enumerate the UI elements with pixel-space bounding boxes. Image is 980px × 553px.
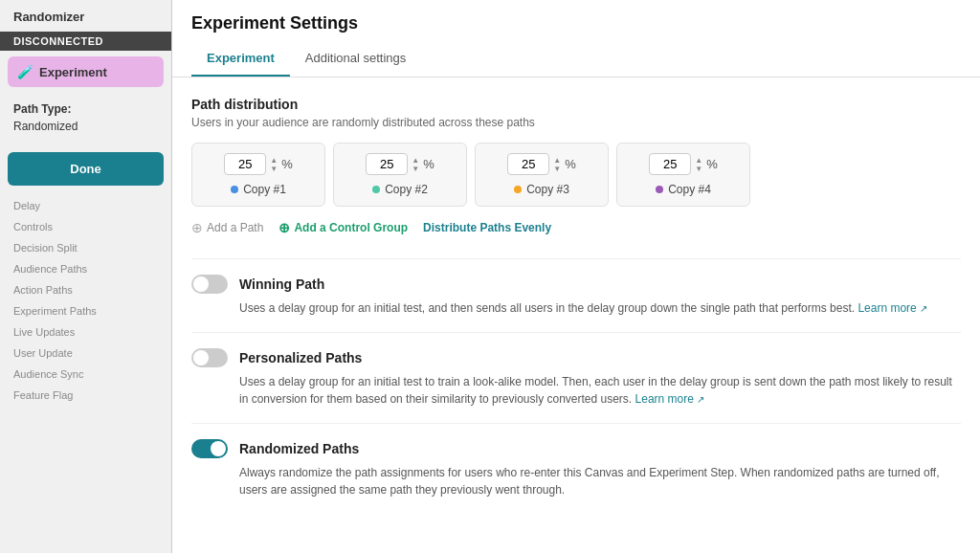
- sidebar-item-feature-flag[interactable]: Feature Flag: [0, 385, 171, 406]
- path-distribution-section: Path distribution Users in your audience…: [191, 97, 961, 235]
- page-title: Experiment Settings: [191, 13, 961, 33]
- add-path-link[interactable]: ⊕ Add a Path: [191, 220, 263, 235]
- path-spinners-2[interactable]: ▲▼: [412, 156, 419, 173]
- sidebar-status: DISCONNECTED: [0, 32, 171, 51]
- done-button[interactable]: Done: [8, 152, 164, 186]
- randomized-paths-toggle-row: Randomized Paths: [191, 439, 961, 458]
- sidebar-item-delay[interactable]: Delay: [0, 195, 171, 216]
- sidebar-item-audience-paths[interactable]: Audience Paths: [0, 258, 171, 279]
- sidebar-item-experiment-paths[interactable]: Experiment Paths: [0, 300, 171, 321]
- tab-additional-settings[interactable]: Additional settings: [290, 43, 422, 77]
- path-card-1: ▲▼ % Copy #1: [191, 143, 325, 207]
- sidebar-item-action-paths[interactable]: Action Paths: [0, 279, 171, 300]
- sidebar-item-controls[interactable]: Controls: [0, 216, 171, 237]
- dot-2: [372, 186, 380, 193]
- path-label-1: Copy #1: [231, 183, 286, 196]
- path-input-4[interactable]: [649, 153, 691, 175]
- plus-icon-path: ⊕: [191, 220, 203, 235]
- personalized-paths-label: Personalized Paths: [239, 350, 362, 365]
- path-percent-4: %: [706, 157, 718, 171]
- path-card-2: ▲▼ % Copy #2: [333, 143, 467, 207]
- randomized-paths-desc: Always randomize the path assignments fo…: [191, 464, 961, 498]
- path-type-label: Path Type:: [13, 102, 71, 116]
- path-card-4: ▲▼ % Copy #4: [616, 143, 750, 207]
- path-label-2: Copy #2: [372, 183, 428, 196]
- main-content: Path distribution Users in your audience…: [172, 77, 980, 553]
- path-distribution-title: Path distribution: [191, 97, 961, 112]
- path-input-1[interactable]: [224, 153, 266, 175]
- sidebar-item-live-updates[interactable]: Live Updates: [0, 321, 171, 343]
- path-input-row-4: ▲▼ %: [649, 153, 717, 175]
- path-input-row-1: ▲▼ %: [224, 153, 292, 175]
- winning-path-label: Winning Path: [239, 276, 324, 292]
- randomized-paths-toggle[interactable]: [191, 439, 228, 458]
- path-card-3: ▲▼ % Copy #3: [475, 143, 609, 207]
- main-panel: Experiment Settings Experiment Additiona…: [172, 0, 980, 553]
- experiment-icon: 🧪: [17, 64, 33, 79]
- winning-path-desc: Uses a delay group for an initial test, …: [191, 299, 961, 317]
- personalized-paths-learn-more[interactable]: Learn more: [635, 392, 704, 406]
- path-percent-3: %: [565, 157, 576, 171]
- sidebar-item-decision-split[interactable]: Decision Split: [0, 237, 171, 258]
- randomized-paths-section: Randomized Paths Always randomize the pa…: [191, 423, 961, 514]
- sidebar-path-type: Path Type: Randomized: [0, 93, 171, 143]
- path-percent-1: %: [281, 157, 293, 171]
- personalized-paths-toggle[interactable]: [191, 348, 228, 367]
- sidebar-item-audience-sync[interactable]: Audience Sync: [0, 364, 171, 385]
- personalized-paths-section: Personalized Paths Uses a delay group fo…: [191, 332, 961, 423]
- sidebar-experiment-label: Experiment: [39, 65, 107, 79]
- action-links: ⊕ Add a Path ⊕ Add a Control Group Distr…: [191, 220, 961, 235]
- sidebar-item-user-update[interactable]: User Update: [0, 343, 171, 364]
- path-spinners-1[interactable]: ▲▼: [270, 156, 278, 173]
- winning-path-toggle[interactable]: [191, 275, 228, 294]
- winning-path-learn-more[interactable]: Learn more: [858, 301, 926, 315]
- sidebar-nav-items: Delay Controls Decision Split Audience P…: [0, 195, 171, 553]
- path-cards: ▲▼ % Copy #1 ▲▼ %: [191, 143, 961, 207]
- path-spinners-4[interactable]: ▲▼: [695, 156, 702, 173]
- sidebar-item-experiment[interactable]: 🧪 Experiment: [8, 56, 164, 87]
- dot-4: [656, 186, 663, 193]
- sidebar-title: Randomizer: [0, 0, 171, 32]
- distribute-evenly-link[interactable]: Distribute Paths Evenly: [423, 221, 551, 234]
- tabs: Experiment Additional settings: [191, 43, 961, 77]
- personalized-paths-toggle-row: Personalized Paths: [191, 348, 961, 367]
- dot-3: [514, 186, 522, 193]
- main-header: Experiment Settings Experiment Additiona…: [172, 0, 980, 77]
- sidebar: Randomizer DISCONNECTED 🧪 Experiment Pat…: [0, 0, 172, 553]
- path-input-row-2: ▲▼ %: [366, 153, 434, 175]
- path-distribution-desc: Users in your audience are randomly dist…: [191, 116, 961, 129]
- winning-path-toggle-row: Winning Path: [191, 275, 961, 294]
- plus-icon-control: ⊕: [278, 220, 290, 235]
- path-input-2[interactable]: [366, 153, 408, 175]
- add-control-group-link[interactable]: ⊕ Add a Control Group: [278, 220, 408, 235]
- path-label-4: Copy #4: [656, 183, 711, 196]
- personalized-paths-desc: Uses a delay group for an initial test t…: [191, 373, 961, 408]
- path-type-value: Randomized: [13, 120, 78, 133]
- path-input-row-3: ▲▼ %: [507, 153, 575, 175]
- path-percent-2: %: [423, 157, 434, 171]
- path-spinners-3[interactable]: ▲▼: [553, 156, 561, 173]
- dot-1: [231, 186, 238, 193]
- winning-path-section: Winning Path Uses a delay group for an i…: [191, 258, 961, 332]
- randomized-paths-label: Randomized Paths: [239, 441, 359, 456]
- tab-experiment[interactable]: Experiment: [191, 43, 290, 77]
- path-label-3: Copy #3: [514, 183, 569, 196]
- path-input-3[interactable]: [507, 153, 549, 175]
